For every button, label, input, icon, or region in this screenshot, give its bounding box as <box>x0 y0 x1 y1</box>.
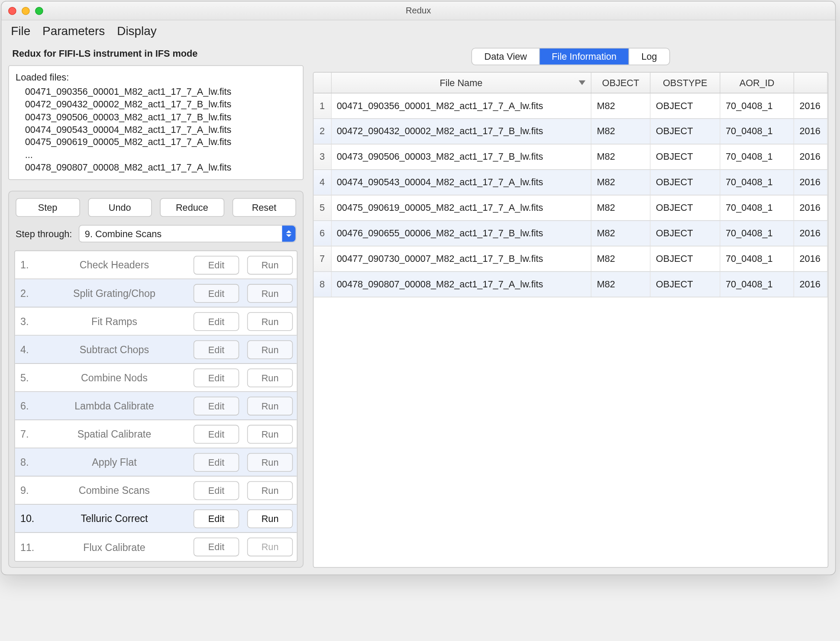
loaded-file-line: 00474_090543_00004_M82_act1_17_7_A_lw.fi… <box>16 123 296 136</box>
cell-object: M82 <box>591 246 650 271</box>
cell-file-name: 00477_090730_00007_M82_act1_17_7_B_lw.fi… <box>331 246 591 271</box>
col-header-file-name[interactable]: File Name <box>331 73 591 93</box>
cell-object: M82 <box>591 93 650 118</box>
cell-aor-id: 70_0408_1 <box>720 144 794 169</box>
cell-extra: 2016 <box>794 195 827 220</box>
table-row[interactable]: 800478_090807_00008_M82_act1_17_7_A_lw.f… <box>313 271 827 297</box>
table-row[interactable]: 500475_090619_00005_M82_act1_17_7_A_lw.f… <box>313 195 827 220</box>
step-edit-button[interactable]: Edit <box>194 396 239 415</box>
pipeline-step-row: 7.Spatial CalibrateEditRun <box>15 420 297 448</box>
cell-aor-id: 70_0408_1 <box>720 118 794 144</box>
step-number: 9. <box>20 485 39 496</box>
step-edit-button[interactable]: Edit <box>194 255 239 274</box>
reset-button[interactable]: Reset <box>232 198 296 217</box>
cell-object: M82 <box>591 195 650 220</box>
step-edit-button[interactable]: Edit <box>194 425 239 443</box>
cell-aor-id: 70_0408_1 <box>720 169 794 195</box>
pipeline-steps-list: 1.Check HeadersEditRun2.Split Grating/Ch… <box>14 251 297 562</box>
cell-row-index: 4 <box>313 169 331 195</box>
step-through-value: 9. Combine Scans <box>85 229 162 239</box>
step-number: 6. <box>20 400 39 411</box>
file-info-table-wrap: File Name OBJECT OBSTYPE AOR_ID 100471_0… <box>313 72 828 568</box>
step-run-button[interactable]: Run <box>247 538 293 556</box>
step-edit-button[interactable]: Edit <box>194 284 239 303</box>
tab-file-information[interactable]: File Information <box>540 48 629 64</box>
cell-extra: 2016 <box>794 246 827 271</box>
step-run-button[interactable]: Run <box>247 255 293 274</box>
cell-object: M82 <box>591 144 650 169</box>
col-header-extra[interactable] <box>794 73 827 93</box>
col-header-object[interactable]: OBJECT <box>591 73 650 93</box>
loaded-file-line: ... <box>16 149 296 161</box>
cell-row-index: 1 <box>313 93 331 118</box>
cell-object: M82 <box>591 169 650 195</box>
cell-obstype: OBJECT <box>650 195 720 220</box>
col-header-rownum[interactable] <box>313 73 331 93</box>
menu-file[interactable]: File <box>11 24 30 39</box>
left-panel: Redux for FIFI-LS instrument in IFS mode… <box>8 45 304 568</box>
cell-row-index: 2 <box>313 118 331 144</box>
table-row[interactable]: 300473_090506_00003_M82_act1_17_7_B_lw.f… <box>313 144 827 169</box>
col-header-obstype[interactable]: OBSTYPE <box>650 73 720 93</box>
undo-button[interactable]: Undo <box>88 198 152 217</box>
step-number: 5. <box>20 372 39 383</box>
step-edit-button[interactable]: Edit <box>194 312 239 331</box>
step-name: Check Headers <box>43 259 186 271</box>
pipeline-step-row: 8.Apply FlatEditRun <box>15 448 297 477</box>
table-row[interactable]: 100471_090356_00001_M82_act1_17_7_A_lw.f… <box>313 93 827 118</box>
step-run-button[interactable]: Run <box>247 340 293 359</box>
reduce-button[interactable]: Reduce <box>160 198 224 217</box>
step-edit-button[interactable]: Edit <box>194 453 239 471</box>
table-row[interactable]: 200472_090432_00002_M82_act1_17_7_B_lw.f… <box>313 118 827 144</box>
cell-extra: 2016 <box>794 144 827 169</box>
loaded-file-line: 00475_090619_00005_M82_act1_17_7_A_lw.fi… <box>16 136 296 148</box>
cell-file-name: 00473_090506_00003_M82_act1_17_7_B_lw.fi… <box>331 144 591 169</box>
step-number: 7. <box>20 428 39 440</box>
step-edit-button[interactable]: Edit <box>194 368 239 387</box>
cell-aor-id: 70_0408_1 <box>720 271 794 297</box>
table-row[interactable]: 600476_090655_00006_M82_act1_17_7_B_lw.f… <box>313 220 827 246</box>
step-number: 2. <box>20 287 39 299</box>
menu-parameters[interactable]: Parameters <box>42 24 105 39</box>
step-run-button[interactable]: Run <box>247 509 293 528</box>
action-buttons: Step Undo Reduce Reset <box>14 198 297 225</box>
step-number: 3. <box>20 316 39 327</box>
step-run-button[interactable]: Run <box>247 453 293 471</box>
tab-data-view[interactable]: Data View <box>472 48 540 64</box>
app-window: Redux File Parameters Display Redux for … <box>1 1 836 575</box>
cell-aor-id: 70_0408_1 <box>720 246 794 271</box>
step-through-select[interactable]: 9. Combine Scans <box>79 225 296 242</box>
menu-display[interactable]: Display <box>117 24 156 39</box>
cell-file-name: 00478_090807_00008_M82_act1_17_7_A_lw.fi… <box>331 271 591 297</box>
tab-log[interactable]: Log <box>629 48 669 64</box>
pipeline-step-row: 10.Telluric CorrectEditRun <box>15 505 297 533</box>
pipeline-step-row: 11.Flux CalibrateEditRun <box>15 533 297 561</box>
step-run-button[interactable]: Run <box>247 425 293 443</box>
step-edit-button[interactable]: Edit <box>194 509 239 528</box>
step-through-label: Step through: <box>16 229 72 239</box>
step-run-button[interactable]: Run <box>247 312 293 331</box>
pipeline-step-row: 5.Combine NodsEditRun <box>15 364 297 392</box>
loaded-file-line: 00473_090506_00003_M82_act1_17_7_B_lw.fi… <box>16 111 296 123</box>
step-edit-button[interactable]: Edit <box>194 340 239 359</box>
cell-extra: 2016 <box>794 220 827 246</box>
col-header-aor-id[interactable]: AOR_ID <box>720 73 794 93</box>
content-area: Redux for FIFI-LS instrument in IFS mode… <box>2 44 835 574</box>
table-row[interactable]: 400474_090543_00004_M82_act1_17_7_A_lw.f… <box>313 169 827 195</box>
step-run-button[interactable]: Run <box>247 396 293 415</box>
cell-object: M82 <box>591 271 650 297</box>
cell-file-name: 00475_090619_00005_M82_act1_17_7_A_lw.fi… <box>331 195 591 220</box>
cell-obstype: OBJECT <box>650 220 720 246</box>
step-run-button[interactable]: Run <box>247 368 293 387</box>
step-run-button[interactable]: Run <box>247 481 293 499</box>
table-row[interactable]: 700477_090730_00007_M82_act1_17_7_B_lw.f… <box>313 246 827 271</box>
cell-extra: 2016 <box>794 118 827 144</box>
step-run-button[interactable]: Run <box>247 284 293 303</box>
step-edit-button[interactable]: Edit <box>194 481 239 499</box>
step-button[interactable]: Step <box>16 198 80 217</box>
step-through-row: Step through: 9. Combine Scans <box>14 225 297 251</box>
cell-file-name: 00476_090655_00006_M82_act1_17_7_B_lw.fi… <box>331 220 591 246</box>
step-edit-button[interactable]: Edit <box>194 538 239 556</box>
step-name: Combine Scans <box>43 485 186 496</box>
sort-desc-icon <box>579 80 586 85</box>
